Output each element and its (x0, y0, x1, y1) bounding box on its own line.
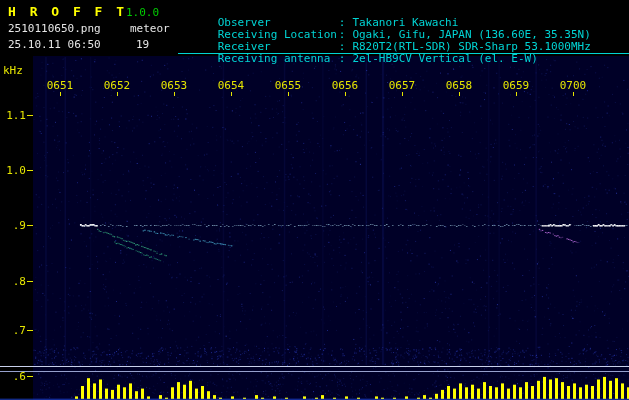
time-tick-label: 0651 (44, 79, 76, 92)
time-tick-label: 0652 (101, 79, 133, 92)
output-filename: 2510110650.png (8, 22, 101, 35)
time-tick-label: 0654 (215, 79, 247, 92)
freq-tick-label: .7 (0, 324, 26, 337)
time-tick-label: 0700 (557, 79, 589, 92)
freq-tick-label: .9 (0, 219, 26, 232)
freq-tick-label: .6 (0, 370, 26, 383)
app-title: H R O F F T (8, 4, 127, 19)
time-tick-label: 0653 (158, 79, 190, 92)
time-tick-label: 0659 (500, 79, 532, 92)
time-tick-label: 0658 (443, 79, 475, 92)
observation-timestamp: 25.10.11 06:50 (8, 38, 101, 51)
freq-tick-label: 1.1 (0, 109, 26, 122)
time-tick-label: 0657 (386, 79, 418, 92)
hrofft-window: H R O F F T 1.0.0 2510110650.png meteor … (0, 0, 629, 400)
time-tick-label: 0655 (272, 79, 304, 92)
y-axis-unit-label: kHz (3, 64, 23, 77)
info-row-antenna: Receiving antenna:2el-HB9CV Vertical (el… (178, 41, 538, 77)
freq-tick-label: .8 (0, 275, 26, 288)
mode-label: meteor (130, 22, 170, 35)
meteor-count: 19 (136, 38, 149, 51)
header-divider (178, 53, 629, 54)
info-label: Receiving antenna (218, 53, 339, 65)
app-version: 1.0.0 (126, 6, 159, 19)
freq-tick-label: 1.0 (0, 164, 26, 177)
time-tick-label: 0656 (329, 79, 361, 92)
